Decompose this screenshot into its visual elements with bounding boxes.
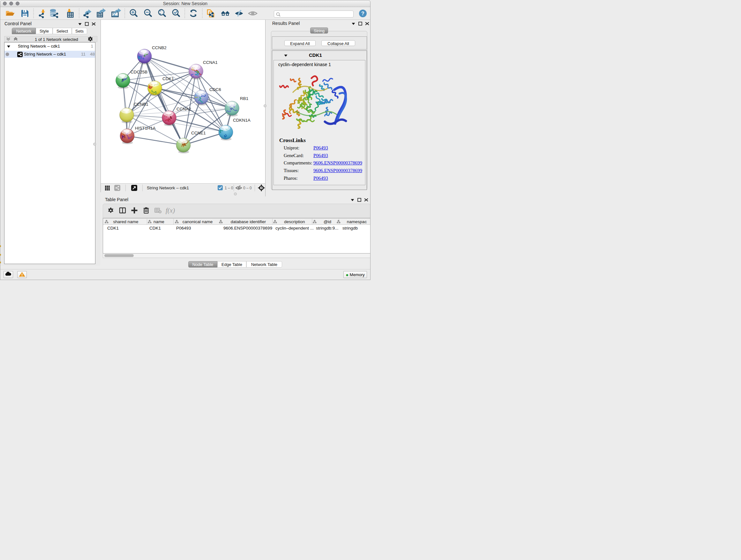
svg-text:CDC25B: CDC25B — [131, 70, 147, 74]
svg-text:name: name — [153, 219, 164, 224]
svg-text:@id: @id — [324, 219, 331, 224]
svg-text:CCNB2: CCNB2 — [152, 45, 166, 50]
svg-text:f(x): f(x) — [165, 206, 175, 214]
svg-text:CCNA2: CCNA2 — [177, 107, 191, 111]
svg-text:namespac: namespac — [347, 219, 367, 224]
svg-text:CCNA1: CCNA1 — [203, 60, 218, 65]
svg-text:CDKN1A: CDKN1A — [233, 118, 251, 123]
svg-text:CCNB1: CCNB1 — [134, 102, 148, 107]
svg-text:shared name: shared name — [113, 219, 138, 224]
svg-text:CDC6: CDC6 — [209, 87, 221, 92]
svg-text:canonical name: canonical name — [183, 219, 213, 224]
svg-text:?: ? — [361, 11, 364, 16]
svg-text:String Network – cdk1: String Network – cdk1 — [147, 186, 189, 190]
svg-text:1 – 0: 1 – 0 — [225, 186, 233, 190]
svg-text:CDK1: CDK1 — [162, 76, 174, 81]
svg-text:0 – 0: 0 – 0 — [243, 186, 252, 190]
svg-text:description: description — [284, 219, 305, 224]
svg-text:RB1: RB1 — [240, 96, 248, 101]
svg-text:HIST1H1A: HIST1H1A — [135, 126, 156, 131]
svg-text:database identifier: database identifier — [231, 219, 266, 224]
svg-text:CCNE1: CCNE1 — [191, 131, 206, 135]
